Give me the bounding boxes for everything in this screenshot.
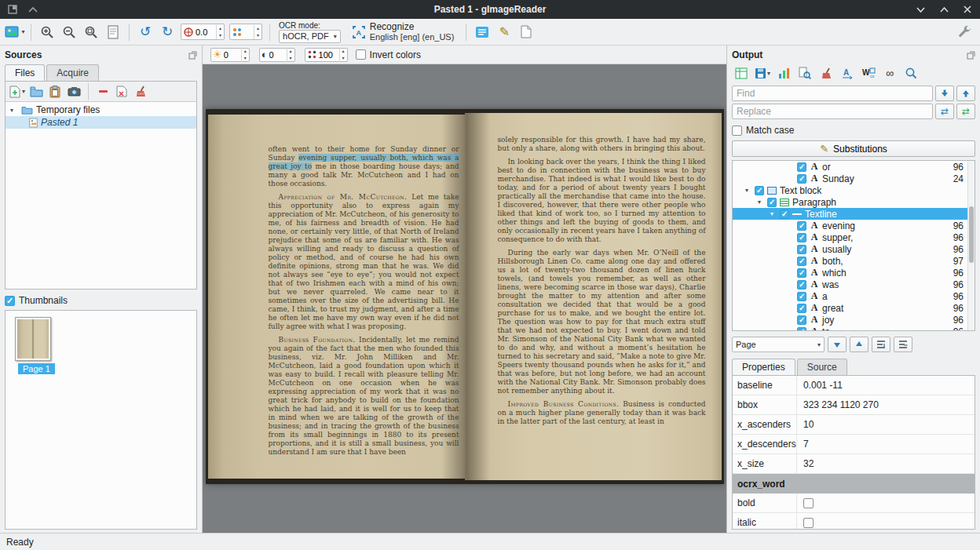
expander-icon[interactable]: ▾ (755, 199, 764, 206)
word-checkbox[interactable] (797, 304, 806, 313)
word-row[interactable]: A both,97 (733, 255, 975, 267)
save-output-button[interactable]: ▾ (753, 64, 772, 82)
contrast-input[interactable] (269, 50, 287, 60)
zoom-out-button[interactable] (59, 22, 79, 42)
word-checkbox[interactable] (797, 327, 806, 332)
expander-icon[interactable]: ▾ (767, 210, 777, 217)
expander-icon[interactable]: ▾ (742, 187, 751, 194)
word-checkbox[interactable] (797, 268, 806, 278)
merge-words-button[interactable]: ∞ (880, 64, 899, 82)
word-checkbox[interactable] (797, 315, 806, 325)
image-canvas[interactable]: often went to their home for Sunday dinn… (203, 64, 726, 533)
filter-confidence-button[interactable]: A (838, 64, 857, 82)
word-row[interactable]: A which96 (733, 267, 975, 279)
collapse-all-button[interactable] (894, 337, 912, 352)
tree-scrollbar[interactable] (967, 161, 975, 330)
zoom-in-button[interactable] (37, 22, 57, 42)
detach-panel-icon[interactable] (188, 51, 197, 60)
substitutions-button[interactable]: ✎ Substitutions (732, 140, 975, 157)
zoom-fit-button[interactable] (81, 22, 101, 42)
strip-linebreaks-button[interactable] (817, 64, 836, 82)
word-row[interactable]: A evening96 (733, 220, 975, 231)
tab-files[interactable]: Files (5, 64, 45, 81)
expander-icon[interactable]: ▾ (10, 107, 18, 114)
bold-checkbox[interactable] (803, 498, 814, 508)
navigate-next-button[interactable] (828, 337, 847, 352)
thumbnails-checkbox[interactable] (5, 296, 15, 306)
property-row[interactable]: x_ascenders 10 (733, 415, 975, 435)
word-row[interactable]: A was96 (733, 279, 975, 290)
rotate-left-button[interactable]: ↺ (135, 22, 155, 42)
page-value-input[interactable] (244, 27, 254, 37)
word-row[interactable]: A usually96 (733, 243, 975, 255)
ocr-mode-select[interactable]: hOCR, PDF ▾ (279, 30, 341, 43)
word-checkbox[interactable] (797, 162, 806, 172)
word-row[interactable]: A joy96 (733, 314, 975, 326)
open-image-button[interactable]: ▾ (5, 22, 25, 42)
word-row[interactable]: A to96 (733, 326, 975, 331)
tree-row-temporary-files[interactable]: ▾ Temporary files (5, 104, 196, 116)
remove-source-button[interactable] (94, 83, 112, 100)
property-row[interactable]: baseline 0.001 -11 (733, 376, 975, 395)
paragraph-row[interactable]: ▾ Paragraph (733, 196, 975, 208)
word-checkbox[interactable] (797, 280, 806, 290)
property-row-italic[interactable]: italic (733, 513, 975, 530)
invert-colors-toggle[interactable]: Invert colors (356, 49, 421, 60)
navigation-target-select[interactable]: Page ▾ (732, 337, 825, 352)
delete-source-button[interactable] (113, 83, 130, 100)
rotation-value-input[interactable] (196, 27, 216, 37)
spin-arrows[interactable]: ▴▾ (241, 48, 249, 62)
zoom-to-selection-button[interactable] (901, 64, 920, 82)
textline-row-selected[interactable]: ▾ Textline (733, 208, 975, 220)
tree-row-pasted-1[interactable]: Pasted 1 (5, 116, 196, 129)
word-checkbox[interactable] (797, 233, 806, 242)
italic-checkbox[interactable] (803, 518, 814, 528)
navigate-prev-button[interactable] (850, 337, 868, 352)
expand-all-button[interactable] (872, 337, 890, 352)
word-row[interactable]: A a96 (733, 290, 975, 302)
textline-checkbox[interactable] (780, 209, 789, 219)
thumbnail-caption[interactable]: Page 1 (18, 363, 55, 374)
screenshot-button[interactable] (65, 83, 82, 100)
edit-mode-button[interactable]: ✎ (494, 22, 514, 42)
thumbnails-toggle[interactable]: Thumbnails (5, 293, 197, 308)
toggle-output-pane-button[interactable] (472, 22, 492, 42)
replace-input[interactable] (732, 104, 933, 119)
invert-colors-checkbox[interactable] (356, 49, 366, 60)
panel-applet-icon[interactable] (6, 3, 19, 16)
find-prev-button[interactable] (956, 86, 975, 101)
zoom-original-button[interactable] (103, 22, 123, 42)
property-row-bold[interactable]: bold (733, 494, 975, 513)
paragraph-checkbox[interactable] (767, 198, 777, 207)
find-next-button[interactable] (935, 86, 954, 101)
export-text-button[interactable] (732, 64, 751, 82)
spin-arrows[interactable]: ▴▾ (287, 48, 294, 62)
settings-button[interactable] (955, 22, 975, 42)
open-folder-button[interactable] (27, 83, 45, 100)
brightness-input[interactable] (224, 50, 241, 60)
word-row[interactable]: A or96 (733, 161, 975, 173)
textblock-row[interactable]: ▾ Text block (733, 184, 975, 196)
recognize-button[interactable]: A Recognize English [eng] (en_US) (346, 20, 461, 44)
find-replace-button[interactable] (795, 64, 814, 82)
paste-button[interactable] (46, 83, 64, 100)
match-case-toggle[interactable]: Match case (732, 123, 975, 137)
page-thumbnail[interactable] (15, 317, 51, 361)
page-spinbox[interactable]: ▴▾ (229, 24, 262, 40)
replace-all-button[interactable]: ⇄ (956, 104, 975, 119)
rotate-right-button[interactable]: ↻ (157, 22, 177, 42)
word-row[interactable]: A supper,96 (733, 231, 975, 243)
word-row[interactable]: A Sunday24 (733, 173, 975, 184)
word-confidence-button[interactable]: Wco (859, 64, 878, 82)
maximize-button[interactable] (938, 3, 950, 16)
tab-source[interactable]: Source (797, 359, 847, 375)
spin-arrows[interactable]: ▴▾ (254, 25, 261, 39)
find-input[interactable] (732, 86, 933, 101)
detach-panel-icon[interactable] (967, 51, 975, 60)
close-button[interactable] (961, 3, 974, 16)
tab-acquire[interactable]: Acquire (46, 64, 99, 81)
replace-button[interactable]: ⇄ (935, 104, 954, 119)
word-checkbox[interactable] (797, 257, 806, 266)
match-case-checkbox[interactable] (732, 126, 742, 136)
add-images-button[interactable]: ▾ (9, 83, 26, 100)
